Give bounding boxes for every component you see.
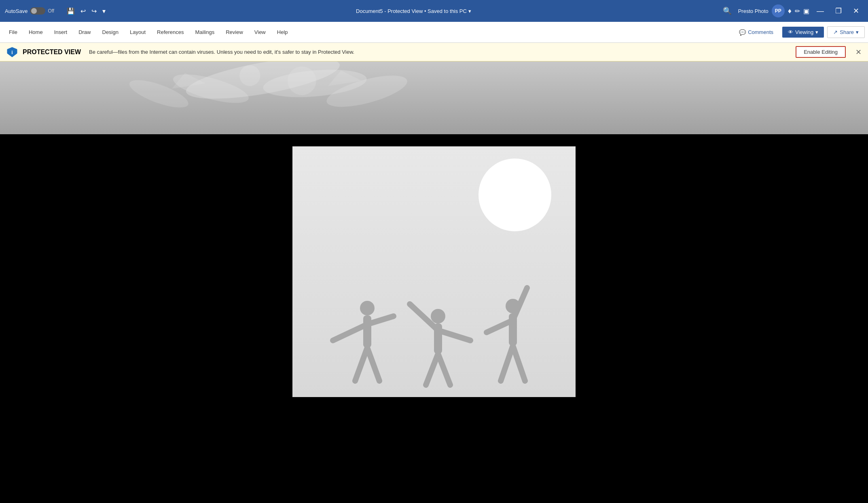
- user-avatar[interactable]: PP: [772, 4, 785, 17]
- svg-point-8: [288, 67, 316, 95]
- close-protected-bar-button[interactable]: ✕: [855, 48, 862, 57]
- user-initials: PP: [775, 8, 781, 14]
- autosave-label: AutoSave: [5, 8, 28, 14]
- tab-help[interactable]: Help: [271, 22, 294, 42]
- silhouettes: [292, 222, 576, 397]
- pen-icon[interactable]: ✏: [795, 7, 800, 15]
- document-top-banner: [0, 61, 868, 134]
- redo-icon[interactable]: ↪: [89, 6, 99, 17]
- ribbon-right: 💬 Comments 👁 Viewing ▾ ↗ Share ▾: [733, 26, 865, 38]
- close-button[interactable]: ✕: [849, 5, 863, 17]
- svg-line-22: [438, 354, 450, 385]
- document-title: Document5 - Protected View • Saved to th…: [356, 8, 467, 14]
- layout-icon[interactable]: ▣: [803, 7, 809, 15]
- shield-icon: i: [6, 46, 18, 58]
- enable-editing-button[interactable]: Enable Editing: [796, 46, 846, 58]
- svg-line-13: [333, 324, 367, 340]
- undo-icon[interactable]: ↩: [78, 6, 88, 17]
- window-title: Document5 - Protected View • Saved to th…: [111, 8, 716, 14]
- user-area: Presto Photo PP: [738, 4, 785, 17]
- quick-access-toolbar: 💾 ↩ ↪ ▾: [65, 6, 108, 17]
- restore-button[interactable]: ❐: [831, 5, 846, 17]
- minimize-button[interactable]: —: [813, 5, 828, 17]
- tab-view[interactable]: View: [249, 22, 271, 42]
- tab-review[interactable]: Review: [220, 22, 249, 42]
- viewing-icon: 👁: [788, 29, 793, 35]
- save-icon[interactable]: 💾: [65, 6, 77, 17]
- share-dropdown-icon: ▾: [856, 29, 859, 35]
- tab-draw[interactable]: Draw: [73, 22, 96, 42]
- svg-rect-12: [363, 315, 371, 348]
- title-bar-right: 🔍 Presto Photo PP ♦ ✏ ▣ — ❐ ✕: [720, 4, 863, 17]
- moon-shape: [478, 159, 551, 231]
- document-area: [0, 61, 868, 503]
- scene-background: [292, 146, 576, 397]
- share-label: Share: [840, 29, 854, 35]
- tab-insert[interactable]: Insert: [49, 22, 73, 42]
- tab-mailings[interactable]: Mailings: [190, 22, 220, 42]
- diamond-icon[interactable]: ♦: [788, 7, 792, 15]
- document-page: [292, 146, 576, 397]
- svg-text:i: i: [11, 50, 13, 55]
- comment-icon: 💬: [739, 29, 746, 36]
- tab-design[interactable]: Design: [97, 22, 124, 42]
- tab-layout[interactable]: Layout: [124, 22, 151, 42]
- protected-view-bar: i PROTECTED VIEW Be careful—files from t…: [0, 43, 868, 61]
- title-bar: AutoSave Off 💾 ↩ ↪ ▾ Document5 - Protect…: [0, 0, 868, 22]
- search-button[interactable]: 🔍: [720, 5, 735, 17]
- svg-line-14: [367, 316, 394, 324]
- autosave-toggle[interactable]: [30, 7, 45, 15]
- tab-references[interactable]: References: [151, 22, 189, 42]
- share-icon: ↗: [833, 29, 838, 35]
- svg-line-20: [438, 330, 470, 340]
- user-name: Presto Photo: [738, 8, 768, 14]
- svg-line-27: [501, 346, 513, 381]
- ribbon: File Home Insert Draw Design Layout Refe…: [0, 22, 868, 43]
- svg-line-28: [513, 346, 525, 381]
- svg-line-15: [355, 348, 367, 381]
- protected-view-label: PROTECTED VIEW: [23, 49, 81, 56]
- svg-point-17: [431, 309, 445, 323]
- comments-button[interactable]: 💬 Comments: [733, 27, 779, 38]
- viewing-label: Viewing: [795, 29, 813, 35]
- viewing-dropdown-icon: ▾: [815, 29, 818, 35]
- comments-label: Comments: [748, 29, 773, 35]
- viewing-button[interactable]: 👁 Viewing ▾: [782, 27, 824, 38]
- protected-view-message: Be careful—files from the Internet can c…: [89, 49, 354, 55]
- share-button[interactable]: ↗ Share ▾: [827, 26, 865, 38]
- autosave-state: Off: [48, 8, 54, 14]
- autosave-area: AutoSave Off: [5, 7, 61, 15]
- customize-icon[interactable]: ▾: [100, 6, 108, 17]
- splatter-decoration: [81, 61, 445, 134]
- tab-home[interactable]: Home: [23, 22, 49, 42]
- tab-file[interactable]: File: [3, 22, 23, 42]
- title-dropdown-icon[interactable]: ▾: [468, 8, 471, 14]
- svg-line-16: [367, 348, 379, 381]
- svg-line-21: [426, 354, 438, 385]
- svg-point-7: [239, 65, 260, 86]
- svg-point-11: [360, 301, 375, 315]
